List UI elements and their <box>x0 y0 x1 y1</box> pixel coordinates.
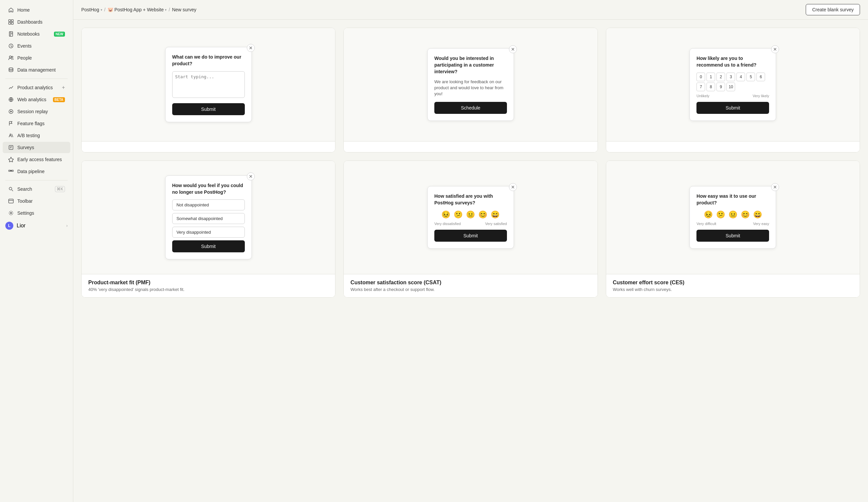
csat-title: Customer satisfaction score (CSAT) <box>350 280 590 286</box>
card-preview-ces: ✕ How easy was it to use our product? 😣 … <box>606 161 860 274</box>
card-footer-csat: Customer satisfaction score (CSAT) Works… <box>344 274 597 297</box>
sidebar-item-home[interactable]: Home <box>3 4 70 15</box>
survey-card-nps[interactable]: ✕ How likely are you to recommend us to … <box>606 28 860 153</box>
interview-submit: Schedule <box>434 102 507 114</box>
breadcrumb-sep-1: / <box>104 7 106 12</box>
svg-marker-18 <box>8 157 14 162</box>
card-preview-pmf: ✕ How would you feel if you could no lon… <box>82 161 335 274</box>
settings-icon <box>8 210 14 216</box>
ces-low-label: Very difficult <box>696 222 716 226</box>
survey-card-pmf[interactable]: ✕ How would you feel if you could no lon… <box>81 160 335 297</box>
breadcrumb-app-label: 🐷 PostHog App + Website <box>107 7 164 12</box>
pmf-option-2: Somewhat disappointed <box>172 213 245 224</box>
sidebar-item-notebooks[interactable]: Notebooks NEW <box>3 28 70 40</box>
ces-high-label: Very easy <box>753 222 769 226</box>
data-icon <box>8 67 14 73</box>
sidebar-label-people: People <box>17 55 65 61</box>
survey-card-open-feedback[interactable]: ✕ What can we do to improve our product?… <box>81 28 335 153</box>
ces-submit: Submit <box>696 230 769 242</box>
main-content: PostHog ▾ / 🐷 PostHog App + Website ▾ / … <box>73 0 868 502</box>
csat-emojis: 😣 😕 😐 😊 😄 <box>434 210 507 219</box>
survey-card-csat[interactable]: ✕ How satisfied are you with PostHog sur… <box>343 160 598 297</box>
sidebar-item-people[interactable]: People <box>3 52 70 64</box>
svg-point-9 <box>9 56 11 58</box>
ces-emojis: 😣 😕 😐 😊 😄 <box>696 210 769 219</box>
notebook-icon <box>8 31 14 37</box>
open-feedback-popup: ✕ What can we do to improve our product?… <box>165 47 252 122</box>
sidebar-item-search[interactable]: Search ⌘K <box>3 184 70 195</box>
nps-high-label: Very likely <box>753 94 769 98</box>
sidebar-item-settings[interactable]: Settings <box>3 207 70 219</box>
open-textarea <box>172 71 245 98</box>
ces-emoji-2: 😕 <box>716 210 725 219</box>
user-item[interactable]: L Lior › <box>0 219 73 232</box>
svg-point-22 <box>9 187 12 190</box>
nps-0: 0 <box>696 73 705 81</box>
card-preview-csat: ✕ How satisfied are you with PostHog sur… <box>344 161 597 274</box>
popup-close-1: ✕ <box>247 44 255 52</box>
sidebar-item-surveys[interactable]: Surveys <box>3 142 70 153</box>
ces-emoji-1: 😣 <box>704 210 713 219</box>
chevron-down-icon: ▾ <box>101 8 102 12</box>
new-badge: NEW <box>54 32 65 36</box>
sidebar-item-product-analytics[interactable]: Product analytics + <box>3 82 70 93</box>
sidebar-label-session-replay: Session replay <box>17 109 65 114</box>
sidebar-label-data-pipeline: Data pipeline <box>17 169 65 174</box>
card-preview-interview: ✕ Would you be interested in participati… <box>344 28 597 141</box>
people-icon <box>8 55 14 61</box>
user-avatar: L <box>5 222 13 230</box>
sidebar: Home Dashboards Notebooks NEW Events Peo… <box>0 0 73 502</box>
nps-question: How likely are you to recommend us to a … <box>696 55 769 68</box>
breadcrumb-app[interactable]: 🐷 PostHog App + Website ▾ <box>107 7 167 12</box>
csat-popup: ✕ How satisfied are you with PostHog sur… <box>427 186 514 248</box>
user-chevron-icon: › <box>66 223 68 228</box>
nps-submit: Submit <box>696 102 769 114</box>
survey-card-ces[interactable]: ✕ How easy was it to use our product? 😣 … <box>606 160 860 297</box>
sidebar-item-data-pipeline[interactable]: Data pipeline <box>3 166 70 177</box>
ces-description: Works well with churn surveys. <box>613 287 853 292</box>
csat-submit: Submit <box>434 230 507 242</box>
sidebar-label-ab-testing: A/B testing <box>17 133 65 138</box>
card-footer-ces: Customer effort score (CES) Works well w… <box>606 274 860 297</box>
sidebar-item-web-analytics[interactable]: Web analytics BETA <box>3 94 70 105</box>
pmf-question: How would you feel if you could no longe… <box>172 182 245 196</box>
svg-rect-19 <box>9 170 10 171</box>
sidebar-item-ab-testing[interactable]: A/B testing <box>3 130 70 141</box>
sidebar-item-session-replay[interactable]: Session replay <box>3 106 70 117</box>
sidebar-item-events[interactable]: Events <box>3 40 70 52</box>
plus-icon[interactable]: + <box>62 85 65 91</box>
create-blank-survey-button[interactable]: Create blank survey <box>806 4 860 15</box>
card-footer-nps <box>606 141 860 152</box>
search-shortcut: ⌘K <box>55 186 65 192</box>
csat-emoji-3: 😐 <box>466 210 475 219</box>
breadcrumb-posthog[interactable]: PostHog ▾ <box>81 7 102 12</box>
svg-point-11 <box>9 68 13 70</box>
card-preview-nps: ✕ How likely are you to recommend us to … <box>606 28 860 141</box>
sidebar-item-toolbar[interactable]: Toolbar <box>3 196 70 207</box>
sidebar-item-data-management[interactable]: Data management <box>3 64 70 75</box>
sidebar-item-dashboards[interactable]: Dashboards <box>3 16 70 28</box>
ab-icon <box>8 133 14 138</box>
nps-scale: 0 1 2 3 4 5 6 7 8 9 10 <box>696 73 769 91</box>
search-icon <box>8 186 14 192</box>
ces-question: How easy was it to use our product? <box>696 193 769 206</box>
breadcrumb-posthog-label: PostHog <box>81 7 99 12</box>
sidebar-item-early-access[interactable]: Early access features <box>3 154 70 165</box>
sidebar-label-dashboards: Dashboards <box>17 19 65 25</box>
csat-emoji-1: 😣 <box>441 210 450 219</box>
sidebar-label-search: Search <box>17 186 52 192</box>
beta-badge: BETA <box>53 97 65 102</box>
nps-7: 7 <box>696 83 705 91</box>
page-header: PostHog ▾ / 🐷 PostHog App + Website ▾ / … <box>73 0 868 20</box>
chart-icon <box>8 85 14 91</box>
svg-rect-24 <box>9 199 13 203</box>
nps-labels: Unlikely Very likely <box>696 94 769 98</box>
sidebar-item-feature-flags[interactable]: Feature flags <box>3 118 70 129</box>
svg-marker-14 <box>10 111 12 113</box>
svg-line-23 <box>12 190 13 191</box>
sidebar-label-notebooks: Notebooks <box>17 31 51 36</box>
popup-close-6: ✕ <box>771 183 779 191</box>
sidebar-label-settings: Settings <box>17 210 65 216</box>
pmf-option-3: Very disappointed <box>172 227 245 238</box>
survey-card-interview[interactable]: ✕ Would you be interested in participati… <box>343 28 598 153</box>
